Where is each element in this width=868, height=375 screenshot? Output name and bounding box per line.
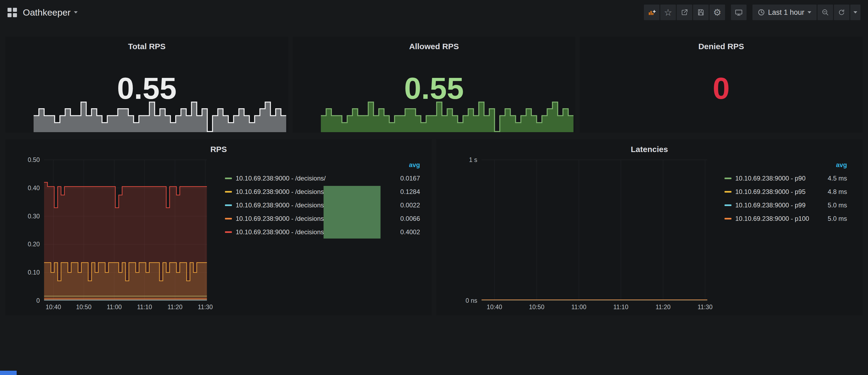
- panel-rps: RPS 10:4010:5011:0011:1011:2011:300.500.…: [5, 139, 432, 315]
- series-label: 10.10.69.238:9000 - /decisions/: [236, 188, 326, 195]
- dashboard-grid: Total RPS 0.55 Allowed RPS 0.55 Denied R…: [0, 36, 868, 315]
- series-color-dash: [225, 218, 232, 219]
- latencies-legend: avg 10.10.69.238:9000 - p90 4.5 ms 10.10…: [724, 160, 847, 225]
- series-color-dash: [724, 205, 732, 206]
- rps-chart[interactable]: 10:4010:5011:0011:1011:2011:300.500.400.…: [44, 160, 207, 301]
- navbar: Oathkeeper ☆: [0, 0, 868, 25]
- series-avg-value: 4.5 ms: [828, 175, 847, 182]
- legend-row[interactable]: 10.10.69.238:9000 - /decisions/ 0.1284: [225, 185, 420, 198]
- panel-title-rps[interactable]: RPS: [5, 145, 432, 154]
- legend-row[interactable]: 10.10.69.238:9000 - /decisions/ 0.0066: [225, 212, 420, 225]
- series-label: 10.10.69.238:9000 - p99: [735, 201, 806, 209]
- save-icon: [697, 9, 705, 16]
- dashboard-settings-button[interactable]: ⚙: [709, 5, 725, 20]
- rps-legend: avg 10.10.69.238:9000 - /decisions/ 0.01…: [225, 160, 420, 239]
- star-icon: ☆: [664, 8, 672, 17]
- refresh-button[interactable]: [834, 5, 849, 20]
- series-color-dash: [724, 178, 732, 179]
- monitor-icon: [735, 8, 743, 17]
- panel-denied-rps: Denied RPS 0: [580, 36, 863, 133]
- series-label: 10.10.69.238:9000 - /decisions/: [236, 228, 326, 236]
- series-label: 10.10.69.238:9000 - p100: [735, 215, 809, 222]
- time-range-caret-icon: [808, 11, 811, 13]
- series-avg-value: 5.0 ms: [828, 201, 847, 209]
- clock-icon: [758, 9, 765, 16]
- refresh-icon: [838, 9, 845, 16]
- dashboard-title[interactable]: Oathkeeper: [23, 7, 71, 18]
- legend-row[interactable]: 10.10.69.238:9000 - /decisions/ 0.0167: [225, 171, 420, 185]
- panel-title-latencies[interactable]: Latencies: [436, 145, 863, 154]
- cycle-view-mode-button[interactable]: [731, 5, 747, 20]
- time-range-label: Last 1 hour: [768, 8, 804, 17]
- series-avg-value: 0.0167: [400, 175, 420, 182]
- total-rps-value: 0.55: [5, 73, 288, 104]
- stats-row: Total RPS 0.55 Allowed RPS 0.55 Denied R…: [5, 36, 863, 133]
- share-dashboard-button[interactable]: [677, 5, 692, 20]
- star-dashboard-button[interactable]: ☆: [660, 5, 676, 20]
- legend-row[interactable]: 10.10.69.238:9000 - /decisions/ 0.4002: [225, 225, 420, 239]
- series-color-dash: [724, 191, 732, 193]
- series-label: 10.10.69.238:9000 - p95: [735, 188, 806, 195]
- refresh-caret-icon: [854, 11, 857, 13]
- zoom-out-time-button[interactable]: [817, 5, 833, 20]
- series-label: 10.10.69.238:9000 - p90: [735, 175, 806, 182]
- refresh-interval-dropdown[interactable]: [850, 5, 861, 20]
- series-color-dash: [724, 218, 732, 219]
- series-color-dash: [225, 191, 232, 193]
- legend-avg-header: avg: [225, 160, 420, 171]
- series-color-dash: [225, 231, 232, 233]
- navbar-left: Oathkeeper: [7, 7, 78, 18]
- series-label: 10.10.69.238:9000 - /decisions/: [236, 201, 326, 209]
- series-avg-value: 4.8 ms: [828, 188, 847, 195]
- save-dashboard-button[interactable]: [693, 5, 709, 20]
- legend-row[interactable]: 10.10.69.238:9000 - /decisions/ 0.0022: [225, 198, 420, 212]
- bottom-left-blue-strip: [0, 371, 17, 375]
- series-avg-value: 0.1284: [400, 188, 420, 195]
- panel-title-denied-rps[interactable]: Denied RPS: [580, 42, 863, 51]
- series-color-dash: [225, 205, 232, 206]
- series-color-dash: [225, 178, 232, 179]
- graphs-row: RPS 10:4010:5011:0011:1011:2011:300.500.…: [5, 139, 863, 315]
- apps-grid-icon[interactable]: [7, 8, 17, 17]
- gear-icon: ⚙: [713, 8, 721, 17]
- share-icon: [681, 9, 688, 16]
- series-avg-value: 5.0 ms: [828, 215, 847, 222]
- add-panel-graph-icon: [648, 8, 656, 17]
- series-avg-value: 0.0066: [400, 215, 420, 222]
- panel-title-total-rps[interactable]: Total RPS: [5, 42, 288, 51]
- time-range-picker[interactable]: Last 1 hour: [752, 5, 817, 20]
- panel-latencies: Latencies 10:4010:5011:0011:1011:2011:30…: [436, 139, 863, 315]
- zoom-out-icon: [822, 9, 829, 16]
- green-overlay-box: [323, 186, 380, 239]
- legend-row[interactable]: 10.10.69.238:9000 - p99 5.0 ms: [724, 198, 847, 212]
- denied-rps-value: 0: [580, 73, 863, 104]
- series-label: 10.10.69.238:9000 - /decisions/: [236, 215, 326, 222]
- panel-allowed-rps: Allowed RPS 0.55: [293, 36, 576, 133]
- series-avg-value: 0.4002: [400, 228, 420, 236]
- legend-row[interactable]: 10.10.69.238:9000 - p90 4.5 ms: [724, 171, 847, 185]
- legend-row[interactable]: 10.10.69.238:9000 - p100 5.0 ms: [724, 212, 847, 225]
- legend-row[interactable]: 10.10.69.238:9000 - p95 4.8 ms: [724, 185, 847, 198]
- series-avg-value: 0.0022: [400, 201, 420, 209]
- panel-total-rps: Total RPS 0.55: [5, 36, 288, 133]
- series-label: 10.10.69.238:9000 - /decisions/: [236, 175, 326, 182]
- navbar-right: ☆ ⚙: [644, 5, 861, 20]
- legend-avg-header: avg: [724, 160, 847, 171]
- panel-title-allowed-rps[interactable]: Allowed RPS: [293, 42, 576, 51]
- dashboard-dropdown-caret-icon[interactable]: [74, 11, 78, 13]
- latencies-chart[interactable]: 10:4010:5011:0011:1011:2011:301 s0 ns: [482, 160, 707, 301]
- add-panel-button[interactable]: [644, 5, 659, 20]
- allowed-rps-value: 0.55: [293, 73, 576, 104]
